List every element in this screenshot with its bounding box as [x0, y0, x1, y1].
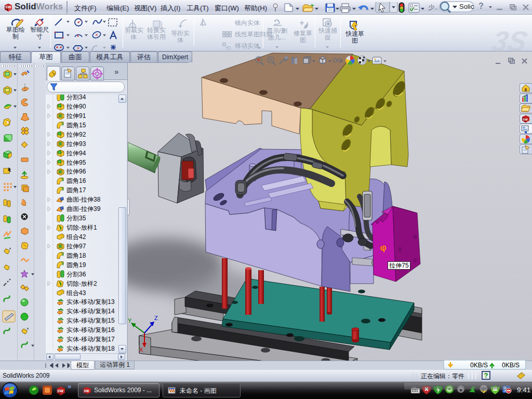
- svg-text:实体-移动/复制14: 实体-移动/复制14: [66, 308, 115, 315]
- svg-text:圆角16: 圆角16: [66, 177, 86, 184]
- svg-text:拉伸94: 拉伸94: [66, 150, 86, 157]
- svg-text:切除-放样2: 切除-放样2: [66, 280, 97, 287]
- svg-text:拉伸96: 拉伸96: [66, 168, 86, 175]
- svg-text:拉伸91: 拉伸91: [66, 112, 86, 119]
- svg-text:拉伸90: 拉伸90: [66, 103, 86, 110]
- svg-text:组合43: 组合43: [66, 289, 86, 297]
- svg-text:拉伸92: 拉伸92: [66, 131, 86, 138]
- svg-text:!: !: [483, 389, 484, 393]
- svg-text:X: X: [139, 347, 143, 353]
- svg-text:曲面-拉伸39: 曲面-拉伸39: [66, 205, 101, 212]
- svg-text:分割34: 分割34: [66, 95, 86, 101]
- svg-text:SW: SW: [84, 389, 89, 393]
- svg-text:实体-移动/复制17: 实体-移动/复制17: [66, 336, 115, 343]
- svg-text:圆角19: 圆角19: [66, 261, 86, 269]
- svg-text:SW: SW: [57, 389, 64, 393]
- svg-text:实体-移动/复制15: 实体-移动/复制15: [66, 317, 115, 324]
- svg-text:曲面-拉伸38: 曲面-拉伸38: [66, 196, 101, 203]
- svg-text:拉伸95: 拉伸95: [66, 159, 86, 166]
- svg-text:组合42: 组合42: [66, 233, 86, 241]
- svg-text:圆角18: 圆角18: [66, 252, 86, 259]
- svg-text:拉伸93: 拉伸93: [66, 140, 86, 148]
- svg-text:Z: Z: [154, 315, 158, 321]
- svg-text:分割35: 分割35: [66, 215, 86, 222]
- svg-text:分割36: 分割36: [66, 271, 86, 278]
- svg-text:拉伸97: 拉伸97: [66, 243, 86, 250]
- svg-text:Y: Y: [128, 317, 132, 324]
- svg-text:圆角17: 圆角17: [66, 187, 86, 194]
- svg-text:SW: SW: [523, 118, 528, 121]
- svg-text:圆角15: 圆角15: [66, 122, 86, 129]
- svg-text:切除-放样1: 切除-放样1: [66, 224, 97, 231]
- svg-text:实体-移动/复制16: 实体-移动/复制16: [66, 326, 115, 334]
- svg-text:SW: SW: [5, 5, 11, 9]
- svg-text:实体-移动/复制13: 实体-移动/复制13: [66, 298, 115, 305]
- svg-text:实体-移动/复制18: 实体-移动/复制18: [66, 345, 115, 352]
